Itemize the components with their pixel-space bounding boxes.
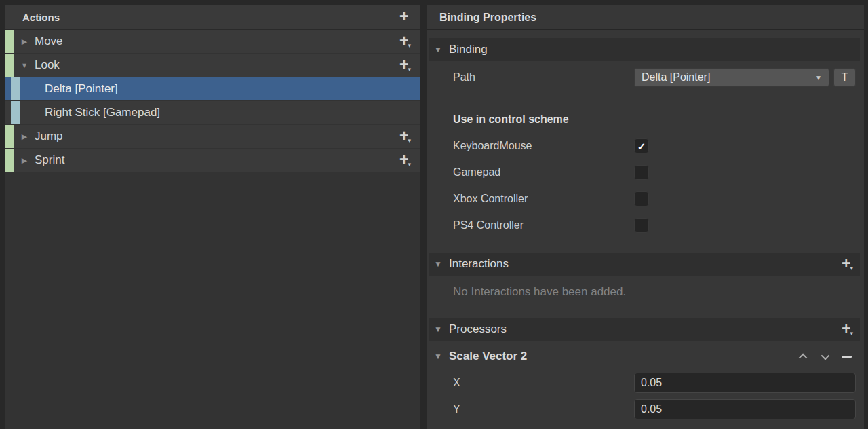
plus-icon: + [399,129,408,143]
collapsed-arrow-icon[interactable]: ▶ [14,37,35,46]
caret-down-icon: ▾ [408,161,411,168]
scale-x-input[interactable] [634,373,856,393]
caret-down-icon: ▾ [850,330,853,337]
scheme-row-gamepad: Gamepad [427,164,864,181]
binding-section-title: Binding [449,43,853,56]
caret-down-icon: ▾ [408,137,411,144]
actions-panel: Actions + ▾ ▶ Move + ▾ ▼ Look + ▾ [5,5,420,429]
binding-row-right-stick[interactable]: Right Stick [Gamepad] [5,101,420,124]
scale-x-label: X [453,377,460,389]
path-dropdown-value: Delta [Pointer] [642,71,815,83]
scheme-row-keyboardmouse: KeyboardMouse ✓ [427,138,864,154]
plus-icon: + [399,10,408,23]
keyboardmouse-checkbox[interactable]: ✓ [634,138,649,153]
scheme-label: KeyboardMouse [453,140,532,152]
move-down-icon[interactable] [821,351,830,360]
processors-section-header[interactable]: ▼ Processors + ▾ [429,318,860,341]
interactions-section-header[interactable]: ▼ Interactions + ▾ [429,253,860,276]
add-interaction-button[interactable]: + ▾ [842,257,853,272]
binding-color-bar [11,101,20,124]
action-label: Jump [35,130,399,143]
plus-icon: + [399,34,408,48]
add-binding-button[interactable]: + ▾ [399,153,411,168]
binding-label: Delta [Pointer] [45,82,420,96]
action-color-bar [5,149,14,172]
action-row-jump[interactable]: ▶ Jump + ▾ [5,125,420,148]
scale-y-label: Y [453,403,460,415]
scale-x-row: X [427,373,864,393]
gamepad-checkbox[interactable] [634,165,649,180]
text-mode-button-label: T [842,71,848,83]
scale-y-row: Y [427,399,864,419]
processors-section-title: Processors [449,322,842,336]
plus-icon: + [399,153,408,166]
ps4-controller-checkbox[interactable] [634,218,649,233]
path-dropdown[interactable]: Delta [Pointer] ▼ [634,68,829,87]
plus-icon: + [842,322,850,335]
interactions-empty-message: No Interactions have been added. [427,284,864,299]
scheme-label: Gamepad [453,166,500,179]
add-binding-button[interactable]: + ▾ [399,129,411,144]
input-actions-editor: Actions + ▾ ▶ Move + ▾ ▼ Look + ▾ [0,0,868,429]
actions-panel-header: Actions + ▾ [5,5,420,30]
add-binding-button[interactable]: + ▾ [399,34,411,49]
action-color-bar [5,30,14,53]
scheme-label: Xbox Controller [453,193,528,205]
path-label: Path [453,71,475,83]
action-row-move[interactable]: ▶ Move + ▾ [5,30,420,53]
expanded-arrow-icon: ▼ [434,324,449,334]
collapsed-arrow-icon[interactable]: ▶ [14,132,35,141]
actions-panel-title: Actions [22,12,399,23]
scale-vector2-title: Scale Vector 2 [449,350,801,363]
scheme-row-ps4-controller: PS4 Controller [427,217,864,234]
action-color-bar [5,54,14,77]
scale-vector2-processor-header[interactable]: ▼ Scale Vector 2 [429,345,860,368]
caret-down-icon: ▾ [850,265,853,272]
xbox-controller-checkbox[interactable] [634,191,649,206]
action-label: Look [35,58,399,72]
collapsed-arrow-icon[interactable]: ▶ [14,156,35,165]
binding-label: Right Stick [Gamepad] [45,106,420,119]
scale-y-input[interactable] [634,399,856,419]
processor-controls [801,354,852,360]
add-binding-button[interactable]: + ▾ [399,58,411,73]
action-label: Sprint [35,153,399,167]
caret-down-icon: ▾ [408,66,411,73]
scheme-label: PS4 Controller [453,219,524,231]
action-row-look[interactable]: ▼ Look + ▾ [5,54,420,77]
plus-icon: + [399,58,408,71]
caret-down-icon: ▾ [408,42,411,49]
dropdown-arrow-icon: ▼ [815,74,822,81]
scheme-row-xbox-controller: Xbox Controller [427,191,864,207]
plus-icon: + [842,257,850,270]
binding-properties-header: Binding Properties [427,5,864,30]
path-row: Path Delta [Pointer] ▼ T [427,67,864,88]
interactions-section-title: Interactions [449,257,842,271]
expanded-arrow-icon: ▼ [434,352,449,361]
binding-color-bar [11,77,20,100]
control-scheme-heading: Use in control scheme [427,112,864,127]
action-row-sprint[interactable]: ▶ Sprint + ▾ [5,149,420,172]
binding-row-delta-pointer[interactable]: Delta [Pointer] [5,77,420,100]
expanded-arrow-icon: ▼ [434,259,449,269]
remove-processor-icon[interactable] [842,356,852,358]
expanded-arrow-icon: ▼ [434,45,449,54]
binding-properties-title: Binding Properties [439,12,536,24]
check-icon: ✓ [637,141,646,151]
action-color-bar [5,125,14,148]
expanded-arrow-icon[interactable]: ▼ [14,61,35,69]
text-mode-button[interactable]: T [833,68,856,87]
add-processor-button[interactable]: + ▾ [842,322,853,337]
binding-properties-panel: Binding Properties ▼ Binding Path Delta … [427,5,864,429]
add-action-button[interactable]: + ▾ [399,10,411,24]
binding-section-header[interactable]: ▼ Binding [429,38,860,61]
action-label: Move [35,35,399,48]
